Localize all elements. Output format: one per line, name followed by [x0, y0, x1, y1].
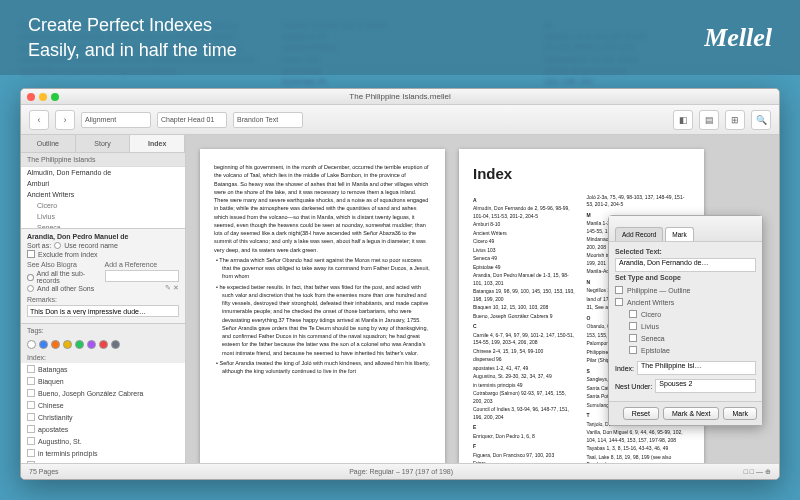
entries-list[interactable]: BatangasBiaquenBueno, Joseph González Ca… — [21, 363, 185, 463]
tag-color[interactable] — [75, 340, 84, 349]
fwd-button[interactable]: › — [55, 110, 75, 130]
tag-color[interactable] — [51, 340, 60, 349]
selected-text: Arandia, Don Fernando de… — [615, 258, 756, 272]
mark-button[interactable]: Mark — [723, 407, 757, 420]
popup-option[interactable]: Livius — [615, 320, 756, 332]
index-select[interactable]: The Philippine Isl… — [637, 361, 756, 375]
popup-option[interactable]: Seneca — [615, 332, 756, 344]
opt-radio[interactable] — [27, 274, 34, 281]
popup-tab-add[interactable]: Add Record — [615, 227, 663, 241]
mark-popup: Add Record Mark Selected Text: Arandia, … — [608, 215, 763, 426]
list-item[interactable]: in terminis principis — [21, 447, 185, 459]
toolbar: ‹ › Alignment Chapter Head 01 Brandon Te… — [21, 105, 779, 135]
list-item[interactable]: Batangas — [21, 363, 185, 375]
list-item[interactable]: Biaquen — [21, 375, 185, 387]
tag-color[interactable] — [63, 340, 72, 349]
popup-option[interactable]: Epistolae — [615, 344, 756, 356]
exclude-check[interactable] — [27, 250, 35, 258]
popup-option[interactable]: Ancient Writers — [615, 296, 756, 308]
list-item[interactable]: Ancient Writers — [21, 189, 185, 200]
list-item[interactable]: Cicero — [21, 200, 185, 211]
page-left: beginning of his government, in the mont… — [200, 149, 445, 463]
mark-next-button[interactable]: Mark & Next — [663, 407, 720, 420]
popup-option[interactable]: Cicero — [615, 308, 756, 320]
tagline-1: Create Perfect Indexes — [28, 15, 212, 35]
tag-color[interactable] — [87, 340, 96, 349]
index-list[interactable]: Almudín, Don Fernando deAmburiAncient Wr… — [21, 167, 185, 229]
list-item[interactable]: Chinese — [21, 399, 185, 411]
popup-option[interactable]: Philippine — Outline — [615, 284, 756, 296]
tab-story[interactable]: Story — [76, 135, 131, 152]
tag-color[interactable] — [111, 340, 120, 349]
list-item[interactable]: Seneca — [21, 222, 185, 229]
tb-icon[interactable]: ⊞ — [725, 110, 745, 130]
status-bar: 75 Pages Page: Regular – 197 (197 of 198… — [21, 463, 779, 479]
list-item[interactable]: apostates — [21, 423, 185, 435]
remarks-input[interactable] — [27, 305, 179, 317]
tagline-2: Easily, and in half the time — [28, 40, 237, 60]
list-item[interactable]: Christianity — [21, 411, 185, 423]
minimize-icon[interactable] — [39, 93, 47, 101]
section-title: The Philippine Islands — [21, 153, 185, 167]
tag-color[interactable] — [99, 340, 108, 349]
popup-tab-mark[interactable]: Mark — [665, 227, 693, 241]
brand-logo: Mellel — [704, 23, 772, 53]
tb-icon[interactable]: ▤ — [699, 110, 719, 130]
zoom-icon[interactable] — [51, 93, 59, 101]
list-item[interactable]: Amburi — [21, 178, 185, 189]
index-heading: Index — [473, 163, 690, 186]
titlebar: The Philippine Islands.mellel — [21, 89, 779, 105]
reset-button[interactable]: Reset — [623, 407, 659, 420]
nest-select[interactable]: Spouses 2 — [655, 379, 756, 393]
sort-label: Sort as: — [27, 242, 51, 249]
list-item[interactable]: Augustino, St. — [21, 435, 185, 447]
list-item[interactable]: Bueno, Joseph González Cabrera — [21, 387, 185, 399]
record-panel: Arandia, Don Pedro Manuel de Sort as: Us… — [21, 229, 185, 324]
ref-input[interactable] — [105, 270, 180, 282]
close-icon[interactable] — [27, 93, 35, 101]
back-button[interactable]: ‹ — [29, 110, 49, 130]
search-icon[interactable]: 🔍 — [751, 110, 771, 130]
sidebar: Outline Story Index The Philippine Islan… — [21, 135, 186, 463]
tb-icon[interactable]: ◧ — [673, 110, 693, 130]
window-title: The Philippine Islands.mellel — [349, 92, 450, 101]
app-window: The Philippine Islands.mellel ‹ › Alignm… — [20, 88, 780, 480]
alignment-select[interactable]: Alignment — [81, 112, 151, 128]
tab-outline[interactable]: Outline — [21, 135, 76, 152]
font-select[interactable]: Brandon Text — [233, 112, 303, 128]
tag-row — [21, 337, 185, 352]
sort-radio[interactable] — [54, 242, 61, 249]
tag-color[interactable] — [39, 340, 48, 349]
document-area[interactable]: beginning of his government, in the mont… — [186, 135, 779, 463]
tag-color[interactable] — [27, 340, 36, 349]
style-select[interactable]: Chapter Head 01 — [157, 112, 227, 128]
tab-index[interactable]: Index — [130, 135, 185, 152]
list-item[interactable]: Almudín, Don Fernando de — [21, 167, 185, 178]
list-item[interactable]: Livius — [21, 211, 185, 222]
opt-radio[interactable] — [27, 285, 34, 292]
record-title: Arandia, Don Pedro Manuel de — [27, 233, 179, 240]
